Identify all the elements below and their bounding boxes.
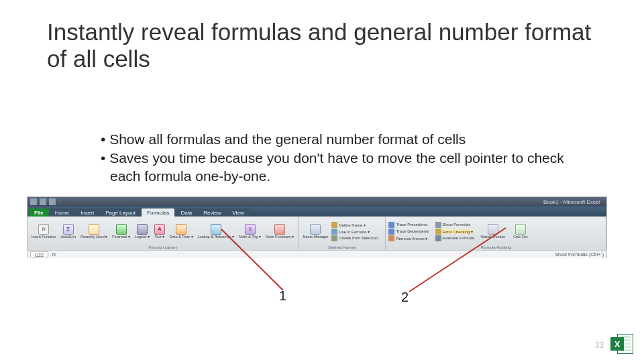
ribbon-tabs: File Home Insert Page Layout Formulas Da… xyxy=(28,206,606,217)
math-trig-button[interactable]: θMath & Trig ▾ xyxy=(237,223,262,240)
tag-icon xyxy=(331,222,337,228)
group-function-library: fxInsert Function ΣAutoSum Recently Used… xyxy=(28,217,299,250)
save-icon[interactable] xyxy=(30,198,37,205)
trace-dependents-button[interactable]: Trace Dependents xyxy=(388,229,429,235)
star-icon xyxy=(89,224,99,235)
slide-number: 33 xyxy=(595,341,604,350)
clock-icon xyxy=(176,224,186,235)
calculator-icon xyxy=(515,224,526,235)
theta-icon: θ xyxy=(245,224,256,235)
callout-1: 1 xyxy=(279,288,286,304)
tab-formulas[interactable]: Formulas xyxy=(142,208,174,217)
tab-data[interactable]: Data xyxy=(175,208,197,217)
tab-home[interactable]: Home xyxy=(50,208,74,217)
bullet-item: Show all formulas and the general number… xyxy=(101,131,570,148)
watch-window-button[interactable]: Watch Window xyxy=(480,223,506,240)
define-name-button[interactable]: Define Name ▾ xyxy=(331,222,378,228)
text-icon: A xyxy=(154,224,165,235)
date-time-button[interactable]: Date & Time ▾ xyxy=(168,223,195,240)
more-functions-button[interactable]: More Functions ▾ xyxy=(264,223,295,240)
text-button[interactable]: AText ▾ xyxy=(153,223,166,240)
remove-arrows-button[interactable]: Remove Arrows ▾ xyxy=(388,235,429,241)
show-formulas-button[interactable]: Show Formulas xyxy=(435,222,474,228)
lookup-icon xyxy=(211,224,221,235)
name-manager-icon xyxy=(310,224,321,235)
create-from-selection-button[interactable]: Create from Selection xyxy=(331,235,378,241)
quick-access-toolbar: Book1 - Microsoft Excel xyxy=(28,197,606,206)
fx-icon[interactable]: fx xyxy=(52,252,56,257)
bullet-list: Show all formulas and the general number… xyxy=(101,131,570,186)
recently-used-button[interactable]: Recently Used ▾ xyxy=(79,223,109,240)
show-formulas-icon xyxy=(435,222,441,228)
group-label: Function Library xyxy=(28,245,298,250)
tab-review[interactable]: Review xyxy=(198,208,226,217)
evaluate-icon xyxy=(435,235,441,241)
tooltip-text: Show Formulas (Ctrl+`) xyxy=(555,252,604,257)
warning-icon xyxy=(435,229,441,235)
financial-icon xyxy=(116,224,127,235)
calculation-options-button[interactable]: Calc Opt xyxy=(512,223,529,240)
group-formula-auditing: Trace Precedents Trace Dependents Remove… xyxy=(386,217,606,250)
arrow-out-icon xyxy=(388,229,394,235)
tab-insert[interactable]: Insert xyxy=(75,208,99,217)
logical-button[interactable]: Logical ▾ xyxy=(133,223,151,240)
excel-logo-icon: X xyxy=(610,333,635,355)
financial-button[interactable]: Financial ▾ xyxy=(111,223,131,240)
slide: Instantly reveal formulas and general nu… xyxy=(0,0,644,362)
evaluate-formula-button[interactable]: Evaluate Formula xyxy=(435,235,474,241)
group-label: Formula Auditing xyxy=(386,245,606,250)
name-manager-button[interactable]: Name Manager xyxy=(301,223,329,240)
use-in-formula-button[interactable]: Use in Formula ▾ xyxy=(331,229,378,235)
watch-window-icon xyxy=(488,224,498,235)
separator xyxy=(60,198,60,205)
ribbon-body: fxInsert Function ΣAutoSum Recently Used… xyxy=(28,217,606,250)
fx-small-icon xyxy=(331,229,337,235)
fx-icon: fx xyxy=(38,224,49,235)
remove-arrows-icon xyxy=(388,235,394,241)
name-box[interactable]: U22 xyxy=(30,251,48,257)
sigma-icon: Σ xyxy=(63,224,74,235)
bullet-item: Saves you time because you don't have to… xyxy=(101,149,570,185)
tab-view[interactable]: View xyxy=(227,208,250,217)
selection-icon xyxy=(331,235,337,241)
callout-2: 2 xyxy=(401,290,409,305)
group-label: Defined Names xyxy=(299,245,385,250)
autosum-button[interactable]: ΣAutoSum xyxy=(59,223,77,240)
redo-icon[interactable] xyxy=(49,198,56,205)
lookup-reference-button[interactable]: Lookup & Reference ▾ xyxy=(197,223,236,240)
group-defined-names: Name Manager Define Name ▾ Use in Formul… xyxy=(299,217,386,250)
undo-icon[interactable] xyxy=(40,198,46,205)
excel-ribbon-screenshot: Book1 - Microsoft Excel File Home Insert… xyxy=(27,196,607,258)
window-title: Book1 - Microsoft Excel xyxy=(543,199,604,205)
insert-function-button[interactable]: fxInsert Function xyxy=(30,223,57,240)
slide-title: Instantly reveal formulas and general nu… xyxy=(47,19,597,73)
trace-precedents-button[interactable]: Trace Precedents xyxy=(388,222,429,228)
error-checking-button[interactable]: Error Checking ▾ xyxy=(435,229,474,235)
logical-icon xyxy=(137,224,148,235)
tab-file[interactable]: File xyxy=(29,208,49,217)
tab-page-layout[interactable]: Page Layout xyxy=(100,208,141,217)
formula-bar: U22 fx Show Formulas (Ctrl+`) xyxy=(28,250,606,258)
more-icon xyxy=(274,224,285,235)
arrow-in-icon xyxy=(388,222,394,228)
